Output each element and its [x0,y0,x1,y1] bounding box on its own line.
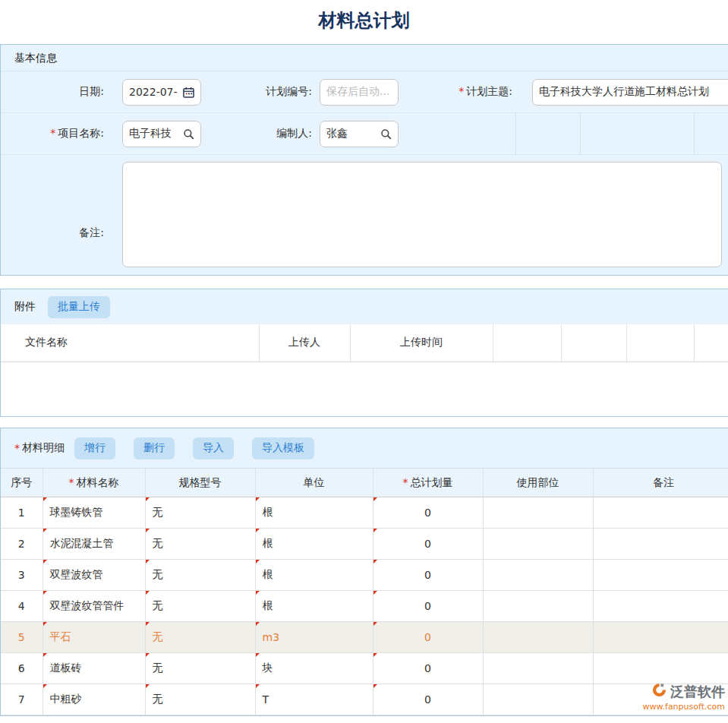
search-icon[interactable] [380,128,392,140]
cell-no: 5 [1,622,43,653]
col-header-file-name: 文件名称 [1,324,259,362]
table-row[interactable]: 3双壁波纹管无根0 [1,560,728,591]
project-name-input[interactable]: 电子科技 [122,121,201,147]
cell-remark[interactable] [593,560,728,591]
attachments-label: 附件 [14,300,36,314]
cell-remark[interactable] [593,622,728,653]
required-asterisk: * [14,442,20,454]
watermark-brand: 泛普软件 [670,684,725,701]
col-header-no: 序号 [1,469,43,497]
cell-spec[interactable]: 无 [145,529,255,560]
cell-location[interactable] [483,653,593,684]
plan-number-label: 计划编号: [207,85,318,99]
delete-row-button[interactable]: 删行 [134,437,175,459]
calendar-icon[interactable] [183,87,194,98]
material-table: 序号 *材料名称 规格型号 单位 *总计划量 使用部位 备注 1球墨铸铁管无根0… [1,468,728,715]
remarks-textarea[interactable] [122,162,722,267]
import-button[interactable]: 导入 [193,437,234,459]
attachments-toolbar: 附件 批量上传 [1,289,728,324]
required-asterisk: * [459,85,464,97]
basic-info-row-remarks: 备注: [1,155,728,275]
cell-name[interactable]: 中粗砂 [43,684,145,715]
cell-spec[interactable]: 无 [145,653,255,684]
cell-spec[interactable]: 无 [145,497,255,529]
add-row-button[interactable]: 增行 [74,437,115,459]
cell-name[interactable]: 水泥混凝土管 [43,529,145,560]
cell-remark[interactable] [593,591,728,622]
col-header-remark: 备注 [593,469,728,497]
basic-info-row-1: 日期: 2022-07- 计划编号: 保存后自动... *计划主题: 电子科技大… [1,71,728,113]
cell-location[interactable] [483,497,593,529]
cell-spec[interactable]: 无 [145,684,255,715]
cell-remark[interactable] [593,497,728,529]
cell-name[interactable]: 球墨铸铁管 [43,497,145,529]
cell-name[interactable]: 双壁波纹管管件 [43,591,145,622]
date-input[interactable]: 2022-07- [122,79,201,106]
cell-no: 1 [1,497,43,529]
cell-qty[interactable]: 0 [373,497,483,529]
cell-unit[interactable]: 根 [255,591,373,622]
attachments-table: 文件名称 上传人 上传时间 [1,324,728,416]
attachments-panel: 附件 批量上传 文件名称 上传人 上传时间 [0,289,728,417]
table-row[interactable]: 5平石无m30 [1,622,728,653]
material-table-header-row: 序号 *材料名称 规格型号 单位 *总计划量 使用部位 备注 [1,469,728,497]
import-template-button[interactable]: 导入模板 [252,437,314,459]
table-row[interactable]: 2水泥混凝土管无根0 [1,529,728,560]
cell-location[interactable] [483,622,593,653]
cell-unit[interactable]: 根 [255,529,373,560]
plan-subject-input[interactable]: 电子科技大学人行道施工材料总计划 [532,79,728,106]
watermark-url: www.fanpusoft.com [643,702,725,712]
empty-grid-cell [694,113,728,154]
cell-qty[interactable]: 0 [373,622,483,653]
cell-remark[interactable] [593,653,728,684]
cell-spec[interactable]: 无 [145,591,255,622]
material-details-toolbar: * 材料明细 增行 删行 导入 导入模板 [1,428,728,468]
cell-location[interactable] [483,684,593,715]
watermark: 泛普软件 www.fanpusoft.com [643,682,725,712]
cell-qty[interactable]: 0 [373,529,483,560]
cell-remark[interactable] [593,529,728,560]
empty-grid-cell [406,113,515,154]
cell-qty[interactable]: 0 [373,653,483,684]
col-header-empty [561,324,626,362]
attachments-table-header-row: 文件名称 上传人 上传时间 [1,324,728,362]
cell-unit[interactable]: m3 [255,622,373,653]
cell-name[interactable]: 双壁波纹管 [43,560,145,591]
col-header-qty: *总计划量 [373,469,483,497]
cell-no: 2 [1,529,43,560]
table-row[interactable]: 4双壁波纹管管件无根0 [1,591,728,622]
material-details-label: 材料明细 [22,441,65,455]
col-header-location: 使用部位 [483,469,593,497]
cell-qty[interactable]: 0 [373,591,483,622]
material-details-panel: * 材料明细 增行 删行 导入 导入模板 序号 *材料名称 规格型号 单位 *总… [0,428,728,716]
col-header-uploader: 上传人 [259,324,350,362]
table-row[interactable]: 7中粗砂无T0 [1,684,728,715]
batch-upload-button[interactable]: 批量上传 [48,296,110,318]
cell-location[interactable] [483,560,593,591]
col-header-empty [626,324,694,362]
compiler-input[interactable]: 张鑫 [320,121,399,147]
cell-spec[interactable]: 无 [145,622,255,653]
cell-unit[interactable]: 根 [255,497,373,529]
cell-spec[interactable]: 无 [145,560,255,591]
cell-unit[interactable]: T [255,684,373,715]
cell-location[interactable] [483,591,593,622]
cell-qty[interactable]: 0 [373,684,483,715]
required-asterisk: * [403,476,408,488]
cell-no: 4 [1,591,43,622]
table-row[interactable]: 1球墨铸铁管无根0 [1,497,728,529]
plan-number-input[interactable]: 保存后自动... [320,79,399,106]
attachments-empty-row [1,362,728,416]
cell-name[interactable]: 平石 [43,622,145,653]
cell-unit[interactable]: 根 [255,560,373,591]
col-header-empty [493,324,561,362]
basic-info-section-header: 基本信息 [1,45,728,71]
cell-unit[interactable]: 块 [255,653,373,684]
cell-location[interactable] [483,529,593,560]
search-icon[interactable] [183,128,194,140]
col-header-spec: 规格型号 [145,469,255,497]
cell-no: 7 [1,684,43,715]
cell-name[interactable]: 道板砖 [43,653,145,684]
table-row[interactable]: 6道板砖无块0 [1,653,728,684]
cell-qty[interactable]: 0 [373,560,483,591]
